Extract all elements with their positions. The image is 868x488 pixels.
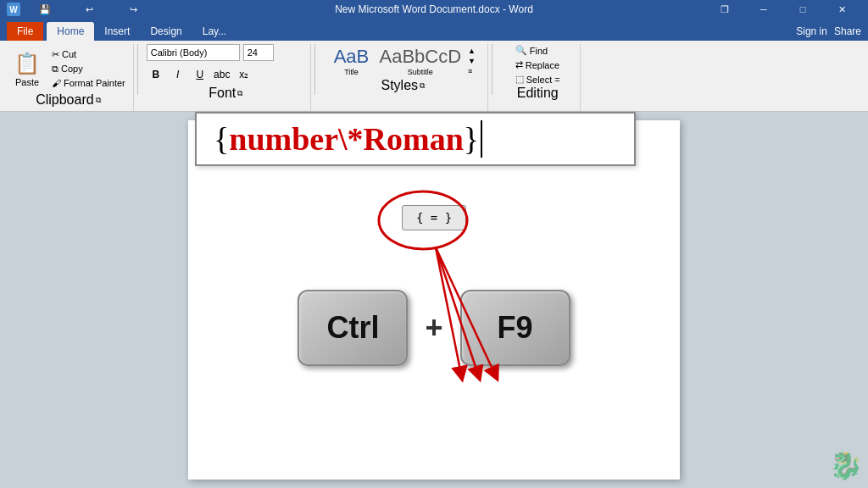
document-page: { = } Ctrl + F9 — [188, 120, 680, 480]
format-painter-button[interactable]: 🖌 Format Painter — [49, 77, 128, 89]
select-icon: ⬚ — [515, 74, 524, 85]
paste-button[interactable]: 📋 Paste — [8, 48, 46, 89]
divider-3 — [492, 44, 492, 95]
styles-more-icon[interactable]: ≡ — [468, 67, 476, 75]
title-bar-left: W 💾 ↩ ↪ — [7, 0, 153, 19]
font-group: B I U abc x₂ Font ⧉ — [142, 44, 311, 111]
find-button[interactable]: 🔍 Find — [512, 44, 564, 57]
scissors-icon: ✂ — [52, 49, 59, 60]
title-preview-text: AaB — [334, 46, 370, 68]
style-subtitle[interactable]: AaBbCcD Subtitle — [376, 44, 465, 78]
styles-label: Styles — [381, 78, 418, 93]
replace-button[interactable]: ⇄ Replace — [512, 58, 564, 71]
subtitle-style-label: Subtitle — [408, 68, 433, 76]
field-code-area: { = } — [402, 205, 466, 230]
formula-brace-close: } — [464, 120, 479, 158]
ctrl-key: Ctrl — [298, 290, 408, 366]
title-bar: W 💾 ↩ ↪ New Microsoft Word Document.docx… — [0, 0, 868, 19]
watermark-icon: 🐉 — [829, 450, 863, 480]
styles-expand-icon[interactable]: ⧉ — [420, 81, 425, 91]
styles-preview: AaB Title AaBbCcD Subtitle ▲ ▼ ≡ — [330, 44, 476, 78]
document-area: { number\*Roman } { = } — [0, 112, 868, 488]
clipboard-group: 📋 Paste ✂ Cut ⧉ Copy 🖌 Format Painter C — [3, 44, 134, 111]
replace-label: Replace — [526, 60, 559, 70]
ribbon-toolbar: 📋 Paste ✂ Cut ⧉ Copy 🖌 Format Painter C — [0, 41, 868, 112]
clipboard-label: Clipboard — [36, 92, 93, 108]
paste-label: Paste — [15, 77, 39, 87]
find-icon: 🔍 — [515, 45, 527, 56]
font-label: Font — [209, 86, 236, 101]
close-btn[interactable]: ✕ — [822, 0, 861, 19]
share-btn[interactable]: Share — [834, 25, 861, 37]
maximize-btn[interactable]: □ — [783, 0, 822, 19]
cut-label: Cut — [62, 49, 76, 59]
svg-line-3 — [436, 247, 495, 374]
divider-1 — [137, 44, 138, 95]
tab-insert[interactable]: Insert — [94, 22, 140, 41]
font-label-row: Font ⧉ — [147, 86, 305, 101]
formula-display: { number\*Roman } — [195, 112, 636, 166]
title-style-label: Title — [344, 68, 359, 76]
window-title: New Microsoft Word Document.docx - Word — [335, 3, 533, 15]
subtitle-preview-text: AaBbCcD — [379, 46, 461, 68]
cut-button[interactable]: ✂ Cut — [49, 48, 128, 61]
select-button[interactable]: ⬚ Select = — [512, 73, 564, 86]
clipboard-label-row: Clipboard ⧉ — [8, 92, 128, 108]
watermark: 🐉 — [829, 449, 863, 483]
find-label: Find — [530, 46, 548, 56]
undo-btn[interactable]: ↩ — [70, 0, 108, 19]
format-painter-label: Format Painter — [64, 78, 125, 88]
replace-icon: ⇄ — [515, 59, 523, 70]
bold-button[interactable]: B — [147, 65, 165, 84]
select-label: Select = — [526, 75, 560, 85]
styles-up-icon[interactable]: ▲ — [468, 47, 476, 55]
paste-icon: 📋 — [14, 50, 41, 77]
editing-items: 🔍 Find ⇄ Replace ⬚ Select = — [512, 44, 564, 86]
clipboard-expand-icon[interactable]: ⧉ — [96, 96, 101, 105]
styles-scroll: ▲ ▼ ≡ — [468, 47, 476, 75]
clipboard-small-items: ✂ Cut ⧉ Copy 🖌 Format Painter — [49, 48, 128, 89]
strikethrough-button[interactable]: abc — [213, 65, 231, 84]
format-painter-icon: 🖌 — [52, 78, 61, 88]
ribbon-right-actions: Sign in Share — [796, 25, 868, 41]
font-style-row: B I U abc x₂ — [147, 65, 305, 84]
clipboard-content: 📋 Paste ✂ Cut ⧉ Copy 🖌 Format Painter — [8, 44, 128, 92]
tab-layout[interactable]: Lay... — [192, 22, 236, 41]
tab-home[interactable]: Home — [47, 22, 94, 41]
minimize-btn[interactable]: ─ — [744, 0, 783, 19]
divider-2 — [314, 44, 315, 95]
window-controls: ❐ ─ □ ✕ — [705, 0, 861, 19]
styles-group: AaB Title AaBbCcD Subtitle ▲ ▼ ≡ Styles … — [319, 44, 488, 111]
subscript-button[interactable]: x₂ — [235, 65, 253, 84]
styles-label-row: Styles ⧉ — [324, 78, 482, 93]
font-size-input[interactable] — [243, 44, 274, 61]
copy-icon: ⧉ — [52, 64, 58, 75]
font-expand-icon[interactable]: ⧉ — [237, 89, 242, 98]
tab-file[interactable]: File — [7, 22, 43, 41]
editing-label-row: Editing — [501, 86, 575, 101]
editing-label: Editing — [517, 86, 559, 101]
arrow-annotation — [393, 230, 563, 400]
save-titlebar-btn[interactable]: 💾 — [25, 0, 64, 19]
copy-label: Copy — [61, 64, 83, 74]
word-icon: W — [7, 3, 20, 16]
formula-field-text: number\*Roman — [229, 120, 464, 158]
redo-btn[interactable]: ↪ — [114, 0, 153, 19]
sign-in-link[interactable]: Sign in — [796, 25, 827, 37]
tab-design[interactable]: Design — [140, 22, 192, 41]
font-name-input[interactable] — [147, 44, 240, 61]
copy-button[interactable]: ⧉ Copy — [49, 63, 128, 75]
style-title[interactable]: AaB Title — [330, 44, 372, 78]
cursor — [481, 120, 482, 158]
ribbon-tabs: File Home Insert Design Lay... Sign in S… — [0, 19, 868, 41]
font-name-row — [147, 44, 305, 61]
editing-group: 🔍 Find ⇄ Replace ⬚ Select = Editing — [496, 44, 581, 111]
formula-brace-open: { — [214, 120, 229, 158]
italic-button[interactable]: I — [169, 65, 187, 84]
font-controls: B I U abc x₂ — [147, 44, 305, 86]
restore-btn[interactable]: ❐ — [705, 0, 744, 19]
underline-button[interactable]: U — [191, 65, 209, 84]
styles-down-icon[interactable]: ▼ — [468, 57, 476, 65]
